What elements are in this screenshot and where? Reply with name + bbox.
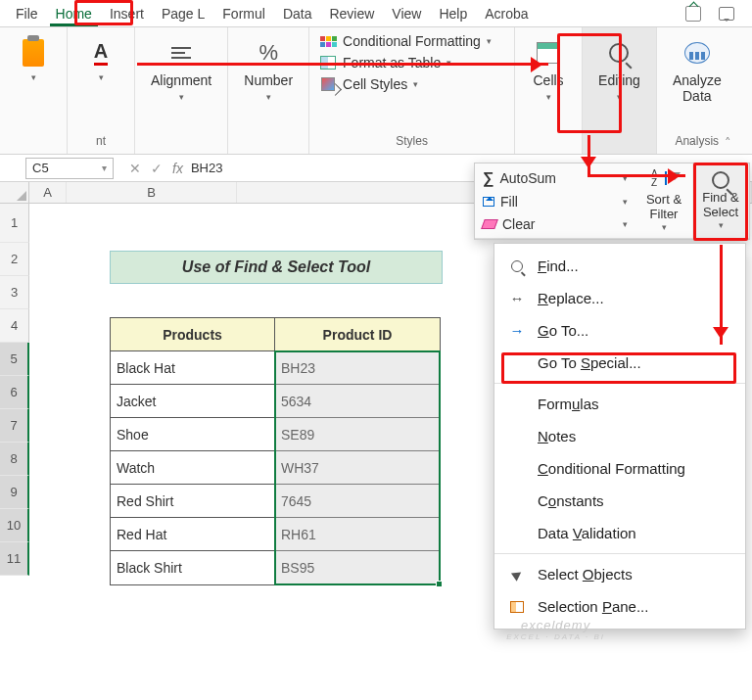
header-products[interactable]: Products (111, 318, 275, 351)
cell[interactable]: Shoe (111, 418, 275, 451)
cell[interactable]: Watch (111, 451, 275, 485)
annotation-arrow-1 (137, 63, 548, 66)
cell[interactable]: BS95 (275, 551, 440, 584)
menu-find[interactable]: Find... (494, 250, 745, 282)
row-header[interactable]: 3 (0, 276, 29, 309)
menu-notes[interactable]: Notes (494, 420, 745, 452)
styles-group-label: Styles (396, 134, 428, 152)
comments-icon[interactable] (719, 6, 734, 22)
cell[interactable]: Black Hat (111, 351, 275, 385)
cell[interactable]: Jacket (111, 385, 275, 418)
header-product-id[interactable]: Product ID (275, 318, 440, 351)
tab-acrobat[interactable]: Acroba (477, 2, 536, 25)
accept-formula-icon[interactable]: ✓ (151, 161, 163, 176)
col-header-b[interactable]: B (67, 182, 237, 203)
fill-button[interactable]: Fill ▾ (483, 194, 628, 210)
cell[interactable]: SE89 (275, 418, 440, 451)
editing-button[interactable]: Editing▾ (592, 33, 646, 106)
row-header[interactable]: 9 (0, 476, 29, 509)
menu-formulas[interactable]: Formulas (494, 388, 745, 420)
cell[interactable]: 7645 (275, 485, 440, 518)
annotation-arrow-2a (588, 135, 590, 174)
col-header-a[interactable]: A (29, 182, 67, 203)
ribbon-tabs: File Home Insert Page L Formul Data Revi… (0, 0, 752, 27)
fx-label: fx (172, 161, 183, 176)
tab-file[interactable]: File (8, 2, 46, 25)
alignment-button[interactable]: Alignment▾ (145, 33, 217, 106)
find-select-button[interactable]: Find & Select▾ (692, 163, 749, 238)
tab-formulas[interactable]: Formul (214, 2, 273, 25)
analyze-data-button[interactable]: Analyze Data (667, 33, 728, 108)
row-header[interactable]: 4 (0, 309, 29, 343)
analysis-group-label: Analysis (675, 134, 719, 152)
formula-input[interactable]: BH23 (191, 161, 223, 175)
tab-help[interactable]: Help (431, 2, 475, 25)
autosum-button[interactable]: ∑AutoSum ▾ (483, 169, 628, 187)
cell[interactable]: RH61 (275, 518, 440, 551)
row-header[interactable]: 1 (0, 204, 29, 243)
row-header[interactable]: 8 (0, 443, 29, 476)
tab-insert[interactable]: Insert (102, 2, 152, 25)
watermark: exceldemy EXCEL · DATA · BI (506, 618, 605, 641)
data-table: Products Product ID Black HatBH23 Jacket… (110, 317, 441, 585)
cell[interactable]: BH23 (275, 351, 440, 385)
menu-data-validation[interactable]: Data Validation (494, 517, 745, 549)
sheet-title-cell[interactable]: Use of Find & Select Tool (110, 251, 443, 284)
tab-page-layout[interactable]: Page L (154, 2, 212, 25)
font-group-label: nt (96, 134, 106, 152)
tab-home[interactable]: Home (48, 2, 100, 25)
cell[interactable]: 5634 (275, 385, 440, 418)
cell-styles-button[interactable]: Cell Styles ▾ (319, 76, 492, 92)
annotation-arrow-3 (720, 245, 723, 345)
row-header[interactable]: 7 (0, 409, 29, 443)
cell[interactable]: Red Hat (111, 518, 275, 551)
row-header[interactable]: 10 (0, 509, 29, 542)
share-icon[interactable] (685, 6, 701, 22)
row-header[interactable]: 6 (0, 376, 29, 409)
ribbon: ▾ A ▾ nt Alignment▾ % Number▾ Conditiona… (0, 27, 752, 155)
cell[interactable]: WH37 (275, 451, 440, 485)
clipboard-paste-button[interactable]: ▾ (10, 33, 57, 86)
font-color-button[interactable]: A ▾ (77, 33, 124, 86)
menu-goto[interactable]: →Go To... (494, 314, 745, 347)
annotation-arrow-2b (588, 174, 685, 177)
clear-button[interactable]: Clear ▾ (483, 216, 628, 232)
menu-goto-special[interactable]: Go To Special... (494, 347, 745, 379)
find-select-menu: Find... ↔Replace... →Go To... Go To Spec… (494, 243, 746, 630)
cell[interactable]: Black Shirt (111, 551, 275, 584)
tab-view[interactable]: View (384, 2, 429, 25)
menu-conditional-formatting[interactable]: Conditional Formatting (494, 452, 745, 485)
cancel-formula-icon[interactable]: ✕ (129, 161, 141, 176)
menu-select-objects[interactable]: Select Objects (494, 558, 745, 590)
cell[interactable]: Red Shirt (111, 485, 275, 518)
tab-data[interactable]: Data (275, 2, 320, 25)
collapse-ribbon-icon[interactable]: ˄ (725, 135, 731, 150)
conditional-formatting-button[interactable]: Conditional Formatting ▾ (319, 33, 492, 49)
menu-constants[interactable]: Constants (494, 485, 745, 517)
row-header[interactable]: 5 (0, 343, 29, 376)
tab-review[interactable]: Review (321, 2, 382, 25)
row-header[interactable]: 11 (0, 542, 29, 576)
name-box[interactable]: C5▾ (25, 158, 114, 179)
row-headers: 1 2 3 4 5 6 7 8 9 10 11 (0, 204, 29, 576)
select-all-triangle[interactable] (0, 182, 29, 203)
number-format-button[interactable]: % Number▾ (238, 33, 299, 106)
row-header[interactable]: 2 (0, 243, 29, 276)
menu-replace[interactable]: ↔Replace... (494, 282, 745, 314)
